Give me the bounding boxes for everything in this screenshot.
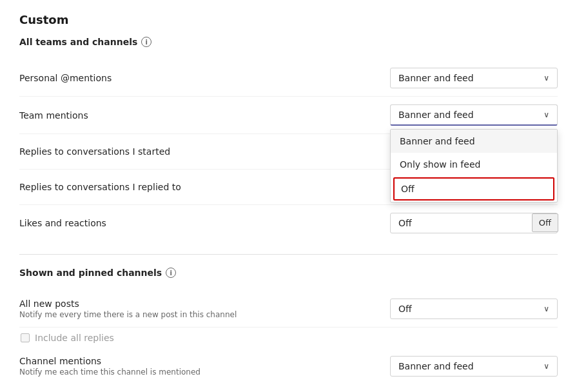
chevron-down-icon-all-new-posts: ∨: [543, 304, 549, 313]
dropdown-personal-mentions[interactable]: Banner and feed ∨: [390, 68, 558, 88]
setting-label-team-mentions: Team mentions: [19, 110, 88, 121]
dropdown-option-feed-only[interactable]: Only show in feed: [391, 153, 557, 176]
section-header-all-teams: All teams and channels i: [19, 37, 558, 47]
setting-label-likes-reactions: Likes and reactions: [19, 218, 106, 228]
dropdown-wrapper-team-mentions: Banner and feed ∨ Banner and feed Only s…: [390, 104, 558, 126]
section-header-shown-pinned: Shown and pinned channels i: [19, 268, 558, 278]
dropdown-all-new-posts[interactable]: Off ∨: [390, 299, 558, 319]
section-shown-pinned: Shown and pinned channels i All new post…: [19, 268, 558, 384]
setting-label-channel-mentions: Channel mentions: [19, 356, 200, 366]
setting-sublabel-channel-mentions: Notify me each time this channel is ment…: [19, 368, 200, 377]
setting-row-team-mentions: Team mentions Banner and feed ∨ Banner a…: [19, 97, 558, 134]
dropdown-option-off[interactable]: Off: [393, 177, 554, 201]
setting-label-all-new-posts: All new posts: [19, 299, 237, 309]
section-header-label-pinned: Shown and pinned channels: [19, 268, 162, 278]
off-peek: Off: [532, 213, 558, 232]
setting-label-wrapper-channel-mentions: Channel mentions Notify me each time thi…: [19, 356, 200, 377]
dropdown-menu-team-mentions: Banner and feed Only show in feed Off: [390, 129, 558, 202]
section-header-label: All teams and channels: [19, 37, 137, 47]
dropdown-value-all-new-posts: Off: [398, 304, 412, 314]
info-icon-all-teams[interactable]: i: [141, 37, 152, 47]
dropdown-wrapper-all-new-posts: Off ∨: [390, 299, 558, 319]
chevron-down-icon-channel-mentions: ∨: [543, 362, 549, 371]
dropdown-wrapper-channel-mentions: Banner and feed ∨: [390, 356, 558, 377]
setting-label-replies-replied: Replies to conversations I replied to: [19, 182, 181, 192]
checkbox-row-include-replies: Include all replies: [19, 328, 558, 348]
setting-sublabel-all-new-posts: Notify me every time there is a new post…: [19, 310, 237, 319]
dropdown-likes-reactions[interactable]: Off ∨ Off: [390, 213, 558, 233]
dropdown-wrapper-personal-mentions: Banner and feed ∨: [390, 68, 558, 88]
setting-label-personal-mentions: Personal @mentions: [19, 73, 112, 83]
dropdown-value-personal-mentions: Banner and feed: [398, 73, 474, 83]
include-replies-label: Include all replies: [35, 333, 114, 343]
dropdown-value-likes-reactions: Off: [398, 218, 412, 228]
setting-row-personal-mentions: Personal @mentions Banner and feed ∨: [19, 60, 558, 97]
setting-label-wrapper-all-new-posts: All new posts Notify me every time there…: [19, 299, 237, 319]
dropdown-team-mentions[interactable]: Banner and feed ∨: [390, 104, 558, 126]
dropdown-wrapper-likes-reactions: Off ∨ Off: [390, 213, 558, 233]
setting-row-channel-mentions: Channel mentions Notify me each time thi…: [19, 348, 558, 384]
include-replies-checkbox[interactable]: [21, 333, 30, 342]
setting-row-likes-reactions: Likes and reactions Off ∨ Off: [19, 205, 558, 241]
setting-row-all-new-posts: All new posts Notify me every time there…: [19, 291, 558, 328]
dropdown-value-team-mentions: Banner and feed: [398, 110, 474, 120]
section-divider-1: [19, 254, 558, 255]
info-icon-shown-pinned[interactable]: i: [166, 268, 176, 278]
section-all-teams: All teams and channels i Personal @menti…: [19, 37, 558, 241]
chevron-down-icon-team: ∨: [543, 110, 549, 119]
dropdown-channel-mentions[interactable]: Banner and feed ∨: [390, 356, 558, 377]
page-title: Custom: [19, 13, 558, 26]
chevron-down-icon: ∨: [543, 74, 549, 83]
setting-label-replies-started: Replies to conversations I started: [19, 146, 170, 157]
dropdown-option-banner-feed[interactable]: Banner and feed: [391, 130, 557, 153]
dropdown-value-channel-mentions: Banner and feed: [398, 361, 474, 371]
